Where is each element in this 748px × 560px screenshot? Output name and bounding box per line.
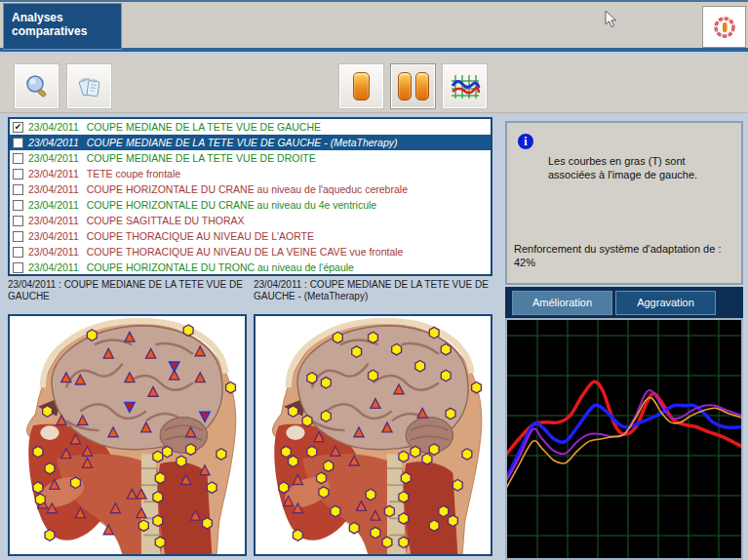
- row-checkbox[interactable]: [13, 169, 23, 180]
- row-label: COUPE MEDIANE DE LA TETE VUE DE GAUCHE -…: [87, 135, 398, 150]
- aggravation-button[interactable]: Aggravation: [615, 291, 716, 315]
- single-view-button[interactable]: [338, 63, 384, 109]
- row-label: COUPE MEDIANE DE LA TETE VUE DE DROITE: [87, 150, 316, 166]
- row-checkbox[interactable]: [13, 262, 23, 273]
- dual-view-button[interactable]: [390, 63, 436, 109]
- list-item[interactable]: 23/04/2011COUPE HORIZONTALE DU TRONC au …: [10, 260, 491, 275]
- list-item[interactable]: 23/04/2011COUPE THORACIQUE AU NIVEAU DE …: [10, 228, 491, 244]
- reinforcement-text: Renforcement du système d'adaptation de …: [514, 242, 736, 269]
- mouse-cursor-icon: [605, 10, 617, 29]
- row-label: COUPE THORACIQUE AU NIVEAU DE LA VEINE C…: [87, 244, 404, 260]
- row-checkbox[interactable]: [13, 231, 23, 242]
- row-label: COUPE HORIZONTALE DU TRONC au niveau de …: [87, 260, 354, 275]
- list-item[interactable]: 23/04/2011COUPE SAGITTALE DU THORAX: [10, 213, 491, 228]
- power-icon: [712, 15, 737, 40]
- right-image-caption: 23/04/2011 : COUPE MEDIANE DE LA TETE VU…: [254, 279, 494, 302]
- tab-analyses-comparatives[interactable]: Analyses comparatives: [3, 3, 122, 50]
- row-checkbox[interactable]: [13, 138, 23, 148]
- row-label: COUPE SAGITTALE DU THORAX: [87, 213, 245, 228]
- comparison-chart: [505, 318, 743, 560]
- row-date: 23/04/2011: [28, 166, 79, 181]
- dual-image-icon: [398, 72, 429, 100]
- right-anatomy-image: [254, 314, 492, 556]
- search-icon: [22, 72, 52, 101]
- graph-view-button[interactable]: [442, 63, 488, 109]
- info-panel: i Les courbes en gras (T) sont associées…: [505, 121, 743, 285]
- reinforcement-label: Renforcement du système d'adaptation de …: [514, 243, 721, 255]
- scan-list[interactable]: ✔23/04/2011COUPE MEDIANE DE LA TETE VUE …: [8, 117, 492, 276]
- amelioration-button[interactable]: Amélioration: [512, 291, 612, 315]
- row-date: 23/04/2011: [28, 244, 79, 260]
- single-image-icon: [353, 72, 370, 100]
- list-item[interactable]: 23/04/2011COUPE MEDIANE DE LA TETE VUE D…: [10, 150, 491, 166]
- row-label: COUPE MEDIANE DE LA TETE VUE DE GAUCHE: [87, 119, 321, 135]
- row-date: 23/04/2011: [28, 213, 79, 228]
- row-checkbox[interactable]: [13, 216, 23, 226]
- list-item[interactable]: 23/04/2011TETE coupe frontale: [10, 166, 491, 181]
- list-item[interactable]: 23/04/2011COUPE MEDIANE DE LA TETE VUE D…: [10, 135, 491, 150]
- row-date: 23/04/2011: [28, 150, 79, 166]
- row-checkbox[interactable]: ✔: [13, 122, 23, 133]
- chart-button-bar: Amélioration Aggravation: [505, 287, 743, 318]
- row-label: TETE coupe frontale: [87, 166, 180, 181]
- info-text: Les courbes en gras (T) sont associées à…: [548, 154, 731, 181]
- toolbar: [0, 55, 748, 113]
- row-date: 23/04/2011: [28, 181, 79, 197]
- list-item[interactable]: 23/04/2011COUPE HORIZONTALE DU CRANE au …: [10, 197, 491, 213]
- row-date: 23/04/2011: [28, 119, 79, 135]
- row-date: 23/04/2011: [28, 260, 79, 275]
- row-checkbox[interactable]: [13, 200, 23, 211]
- row-date: 23/04/2011: [28, 228, 79, 244]
- analyses-comparatives-window: { "header": { "tab_label": "Analyses com…: [0, 0, 748, 560]
- row-date: 23/04/2011: [28, 135, 79, 150]
- left-anatomy-image: [8, 314, 247, 556]
- row-label: COUPE HORIZONTALE DU CRANE au niveau du …: [87, 197, 376, 213]
- row-checkbox[interactable]: [13, 247, 23, 258]
- exit-button[interactable]: [702, 6, 746, 48]
- list-item[interactable]: 23/04/2011COUPE THORACIQUE AU NIVEAU DE …: [10, 244, 491, 260]
- list-item[interactable]: ✔23/04/2011COUPE MEDIANE DE LA TETE VUE …: [10, 119, 491, 135]
- row-label: COUPE HORIZONTALE DU CRANE au niveau de …: [87, 181, 408, 197]
- left-image-caption: 23/04/2011 : COUPE MEDIANE DE LA TETE VU…: [8, 279, 249, 302]
- row-label: COUPE THORACIQUE AU NIVEAU DE L'AORTE: [87, 228, 314, 244]
- notes-button[interactable]: [66, 63, 112, 109]
- notes-icon: [75, 72, 104, 101]
- graph-curves-icon: [450, 72, 481, 101]
- list-item[interactable]: 23/04/2011COUPE HORIZONTALE DU CRANE au …: [10, 181, 491, 197]
- info-icon: i: [518, 134, 533, 149]
- search-button[interactable]: [14, 63, 59, 109]
- reinforcement-value: 42%: [514, 257, 535, 268]
- row-checkbox[interactable]: [13, 153, 23, 164]
- row-checkbox[interactable]: [13, 184, 23, 195]
- top-tab-bar: Analyses comparatives: [0, 0, 748, 52]
- row-date: 23/04/2011: [28, 197, 79, 213]
